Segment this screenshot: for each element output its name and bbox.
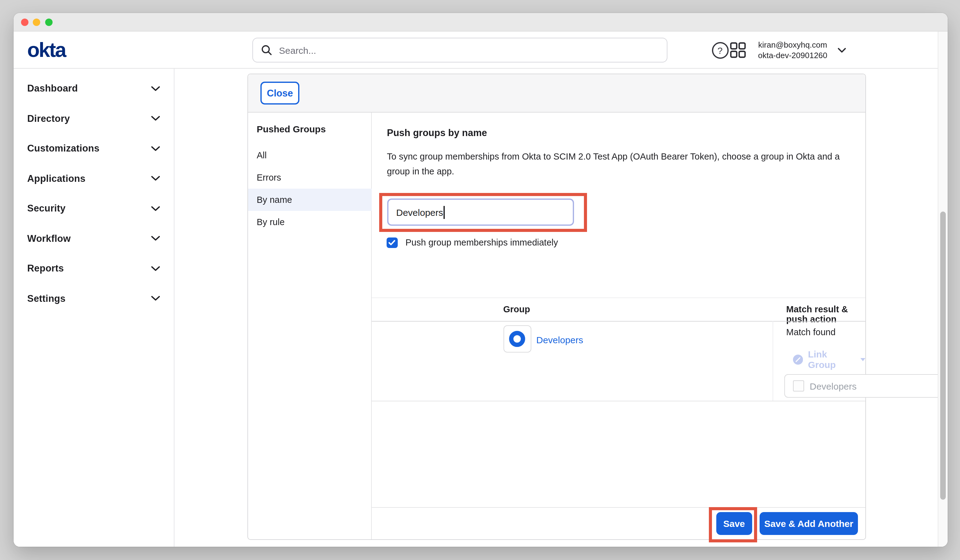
pushed-groups-title: Pushed Groups [257, 124, 326, 134]
search-input[interactable] [278, 44, 667, 56]
chevron-down-icon[interactable] [837, 48, 846, 53]
scrollbar-track[interactable] [938, 32, 947, 547]
close-button[interactable]: Close [261, 82, 299, 104]
sidebar-item-customizations[interactable]: Customizations [13, 134, 174, 163]
chevron-down-icon [151, 116, 160, 122]
pushed-groups-nav: Pushed Groups All Errors By name By rule [248, 112, 372, 539]
scrollbar-thumb[interactable] [940, 211, 946, 500]
save-add-another-button[interactable]: Save & Add Another [760, 512, 858, 534]
sidebar-item-label: Customizations [27, 143, 99, 154]
sidebar-item-label: Reports [27, 263, 64, 274]
sidebar-item-dashboard[interactable]: Dashboard [13, 74, 174, 104]
dialog-description: To sync group memberships from Okta to S… [387, 149, 851, 179]
table-column-divider [772, 321, 773, 401]
group-avatar [503, 325, 531, 352]
help-icon[interactable]: ? [712, 42, 728, 58]
link-icon [793, 354, 803, 365]
nav-item-by-rule[interactable]: By rule [248, 211, 372, 233]
text-cursor [444, 206, 445, 219]
apps-grid-icon[interactable] [730, 42, 746, 58]
window-minimize-button[interactable] [33, 19, 40, 26]
table-header-border [372, 321, 865, 321]
screenshot-stage: okta ? [0, 0, 960, 560]
link-group-button[interactable]: Link Group [793, 349, 865, 370]
account-org: okta-dev-20901260 [753, 50, 832, 61]
sidebar-item-directory[interactable]: Directory [13, 104, 174, 134]
caret-down-icon [860, 358, 865, 361]
sidebar-item-label: Workflow [27, 233, 71, 244]
app-group-dropdown[interactable]: Developers [784, 374, 947, 398]
sidebar-item-workflow[interactable]: Workflow [13, 224, 174, 254]
dialog-header: Close [248, 74, 865, 112]
table-row-border [372, 401, 865, 402]
app-header: okta ? [13, 32, 938, 69]
nav-item-errors[interactable]: Errors [248, 166, 372, 189]
account-menu[interactable]: kiran@boxyhq.com okta-dev-20901260 [753, 40, 832, 61]
window-close-button[interactable] [21, 19, 28, 26]
okta-logo: okta [27, 40, 66, 61]
push-immediately-row: Push group memberships immediately [387, 237, 558, 248]
sidebar-item-label: Settings [27, 293, 66, 304]
window-titlebar [13, 13, 947, 32]
chevron-down-icon [151, 146, 160, 152]
chevron-down-icon [151, 206, 160, 211]
nav-item-by-name[interactable]: By name [248, 189, 372, 211]
help-glyph: ? [718, 45, 723, 55]
sidebar-item-reports[interactable]: Reports [13, 254, 174, 283]
app-group-icon [793, 380, 804, 392]
save-button[interactable]: Save [716, 512, 752, 534]
chevron-down-icon [151, 176, 160, 181]
browser-window: okta ? [13, 13, 947, 547]
sidebar-item-label: Security [27, 203, 66, 214]
chevron-down-icon [151, 86, 160, 91]
sidebar-item-settings[interactable]: Settings [13, 283, 174, 314]
dialog-body: Push groups by name To sync group member… [372, 112, 865, 539]
global-search[interactable] [252, 38, 667, 62]
window-zoom-button[interactable] [45, 19, 52, 26]
group-name-link[interactable]: Developers [536, 334, 583, 345]
chevron-down-icon [151, 236, 160, 242]
sidebar-item-applications[interactable]: Applications [13, 163, 174, 194]
sidebar-item-label: Applications [27, 173, 85, 184]
check-icon [389, 240, 395, 245]
dialog-heading: Push groups by name [387, 127, 487, 139]
chevron-down-icon [151, 296, 160, 301]
link-group-label: Link Group [808, 349, 855, 370]
nav-item-all[interactable]: All [248, 144, 372, 166]
push-immediately-checkbox[interactable] [387, 237, 397, 248]
sidebar-item-label: Directory [27, 113, 70, 124]
main-content: Close Pushed Groups All Errors By name B… [174, 69, 938, 547]
footer-divider [372, 507, 865, 508]
push-groups-dialog: Close Pushed Groups All Errors By name B… [247, 74, 866, 540]
sidebar: Dashboard Directory Customizations Appli… [13, 69, 174, 547]
table-top-border [372, 298, 865, 298]
group-name-value: Developers [396, 207, 443, 218]
match-status: Match found [786, 327, 836, 337]
sidebar-item-label: Dashboard [27, 83, 78, 94]
push-immediately-label: Push group memberships immediately [405, 238, 558, 248]
sidebar-item-security[interactable]: Security [13, 194, 174, 224]
chevron-down-icon [151, 266, 160, 272]
column-header-group: Group [503, 304, 530, 314]
group-circle-icon [509, 331, 525, 347]
app-group-value: Developers [810, 381, 947, 391]
account-email: kiran@boxyhq.com [753, 40, 832, 50]
search-icon [261, 45, 272, 56]
group-name-input[interactable]: Developers [387, 198, 574, 226]
